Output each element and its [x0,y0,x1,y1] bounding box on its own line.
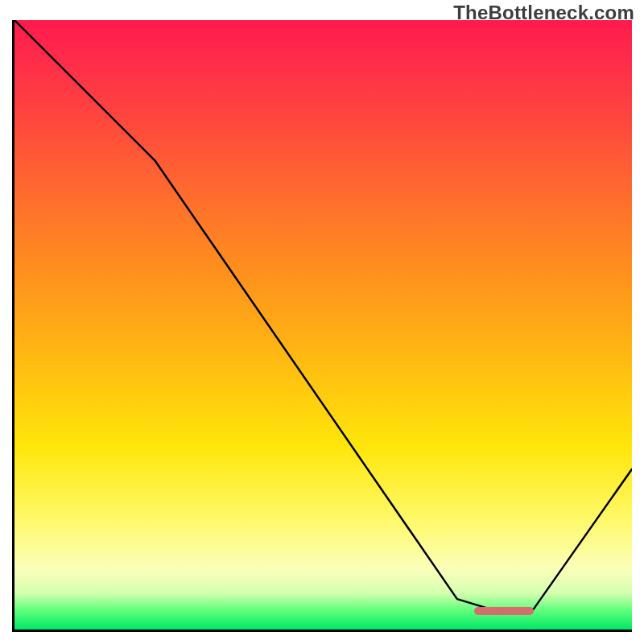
chart-plot-area [12,20,632,632]
bottleneck-curve [14,20,632,630]
optimal-marker [474,607,534,615]
curve-path [14,20,632,609]
